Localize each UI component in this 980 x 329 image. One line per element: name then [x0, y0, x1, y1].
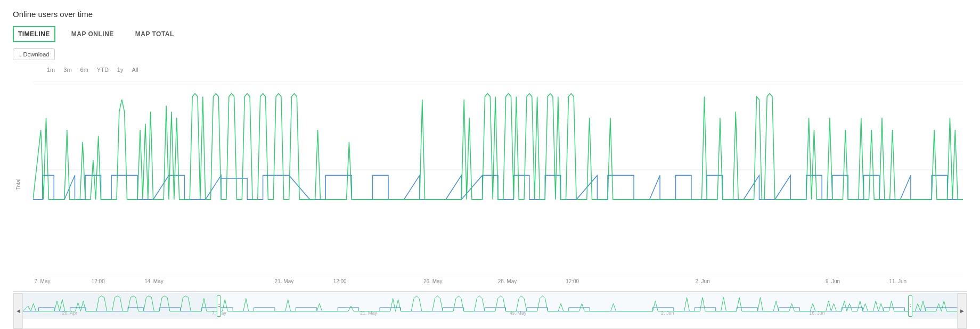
main-container: Online users over time TIMELINE MAP ONLI…	[0, 0, 980, 329]
nav-right-handle-line-1	[910, 305, 911, 305]
chart-area: Total 0 2	[13, 77, 967, 329]
nav-x-axis: 20. Apr 7. May 21. May 4s. May 2. Jun 16…	[23, 309, 957, 319]
nav-right-handle[interactable]	[908, 295, 912, 317]
nav-handle-line-3	[218, 308, 220, 308]
filter-3m[interactable]: 3m	[61, 65, 74, 74]
main-chart: Total 0 2	[13, 77, 967, 292]
download-button[interactable]: ↓ Download	[13, 48, 55, 60]
nav-handle-line-1	[218, 305, 220, 305]
chart-svg: 0 2	[33, 81, 963, 275]
x-axis: 7. May 12:00 14. May 21. May 12:00 26. M…	[33, 276, 963, 291]
x-tick-3: 21. May	[275, 278, 294, 284]
nav-right-handle-grip	[910, 305, 911, 308]
nav-x-tick-0: 20. Apr	[62, 310, 77, 316]
nav-right-handle-line-3	[910, 308, 911, 308]
x-tick-0: 7. May	[34, 278, 50, 284]
nav-x-tick-3: 4s. May	[510, 310, 527, 316]
nav-x-tick-2: 21. May	[360, 310, 377, 316]
x-tick-6: 28. May	[498, 278, 517, 284]
filter-1m[interactable]: 1m	[45, 65, 57, 74]
tab-bar: TIMELINE MAP ONLINE MAP TOTAL	[13, 26, 967, 42]
x-tick-4: 12:00	[333, 278, 347, 284]
filter-6m[interactable]: 6m	[78, 65, 91, 74]
tab-map-total[interactable]: MAP TOTAL	[130, 26, 179, 42]
x-tick-9: 9. Jun	[826, 278, 840, 284]
nav-handle-grip	[218, 305, 220, 308]
time-filter-bar: 1m 3m 6m YTD 1y All	[13, 65, 967, 74]
x-tick-2: 14. May	[144, 278, 164, 284]
filter-all[interactable]: All	[129, 65, 140, 74]
nav-handle-line-2	[218, 306, 220, 307]
x-tick-7: 12:00	[566, 278, 579, 284]
toolbar: ↓ Download	[13, 48, 967, 60]
tab-map-online[interactable]: MAP ONLINE	[66, 26, 119, 42]
nav-scroll-right-button[interactable]: ▶	[957, 293, 967, 328]
nav-left-handle[interactable]	[217, 295, 221, 317]
y-axis-label: Total	[15, 178, 21, 190]
x-tick-5: 26. May	[423, 278, 443, 284]
tab-timeline[interactable]: TIMELINE	[13, 26, 55, 42]
nav-x-tick-4: 2. Jun	[661, 310, 674, 316]
x-tick-10: 11. Jun	[889, 278, 907, 284]
nav-scroll-left-button[interactable]: ◀	[13, 293, 23, 328]
nav-chart-area: 20. Apr 7. May 21. May 4s. May 2. Jun 16…	[23, 293, 957, 319]
page-title: Online users over time	[13, 10, 967, 19]
nav-right-handle-line-2	[910, 306, 911, 307]
chart-plot-area: 0 2	[33, 81, 963, 275]
x-tick-8: 2. Jun	[695, 278, 709, 284]
filter-ytd[interactable]: YTD	[95, 65, 111, 74]
filter-1y[interactable]: 1y	[115, 65, 126, 74]
nav-x-tick-5: 16. Jun	[809, 310, 825, 316]
navigator[interactable]: ◀ ▶	[13, 293, 967, 329]
x-tick-1: 12:00	[92, 278, 105, 284]
